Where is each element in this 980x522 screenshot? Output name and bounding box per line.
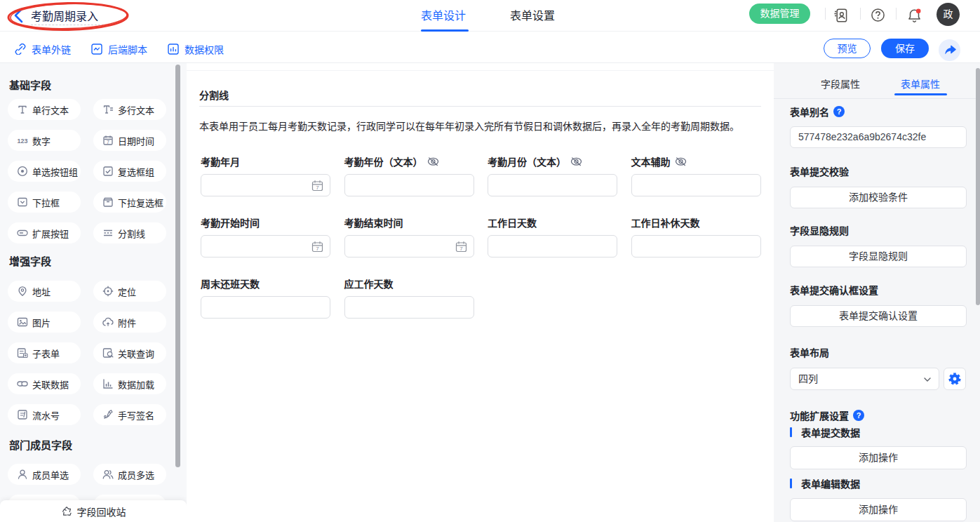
svg-text:7: 7: [316, 246, 319, 252]
svg-text:7: 7: [459, 246, 463, 252]
svg-text:7: 7: [316, 185, 319, 191]
svg-text:7: 7: [107, 140, 109, 145]
svg-text:123: 123: [17, 138, 27, 145]
